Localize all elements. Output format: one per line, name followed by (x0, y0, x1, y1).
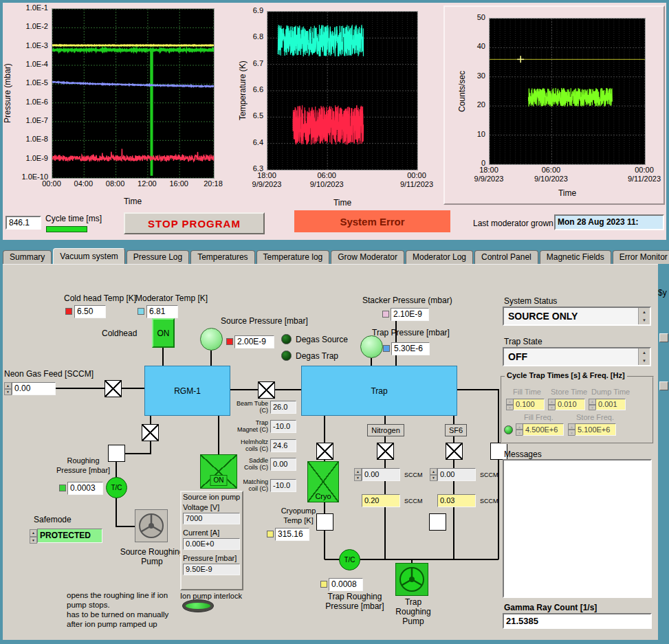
roughing-pressure-color-square (59, 485, 66, 491)
nitrogen-flow-spinner[interactable]: ▲▼ (354, 468, 362, 481)
sf6-label: SF6 (449, 426, 463, 434)
trap-state-dropdown[interactable]: OFF ▲▼ (503, 347, 651, 366)
counts-chart-panel: Counts/sec Time 5040302010018:009/9/2023… (443, 5, 665, 205)
fill-time-input[interactable]: 0.100 (513, 399, 545, 410)
cryo-roughing-valve[interactable] (316, 513, 333, 531)
system-status-dropdown[interactable]: SOURCE ONLY ▲▼ (503, 307, 651, 326)
neon-feed-input[interactable]: 0.00 (12, 382, 56, 395)
degas-trap-label: Degas Trap (296, 351, 338, 361)
tab-summary[interactable]: Summary (3, 250, 52, 264)
roughing-pressure-label: Roughing Pressure [mbar] (55, 456, 111, 475)
tc-label: T/C (344, 556, 355, 564)
source-roughing-pump[interactable] (135, 509, 168, 542)
tab-error-monitor[interactable]: Error Monitor (613, 250, 669, 264)
dropdown-arrows-icon[interactable]: ▲▼ (638, 348, 650, 365)
cryopump-temp-color-square (267, 531, 274, 537)
tab-vacuum-system[interactable]: Vacuum system (53, 248, 124, 264)
nitrogen-flow-setpoint[interactable]: 0.00 (362, 468, 400, 481)
source-roughing-pump-label: Source Roughing Pump (118, 547, 186, 566)
x-axis-title: Time (322, 198, 363, 208)
tc-label: T/C (111, 484, 122, 491)
matching-coil-value: -10.0 (270, 479, 296, 492)
clipped-edge-button (659, 333, 668, 342)
tab-pressure-log[interactable]: Pressure Log (127, 250, 189, 264)
cryo-valve[interactable] (316, 443, 333, 460)
series-trace-blue (52, 82, 214, 87)
ion-pump-on-button[interactable]: ON (210, 475, 228, 486)
degas-trap-led[interactable] (281, 351, 292, 361)
y-tick-label: 10 (445, 130, 485, 138)
x-tick-label: 06:009/10/2023 (299, 171, 354, 189)
coldhead-label: Coldhead (102, 329, 137, 338)
pump-icon (135, 509, 168, 542)
beamline-lower-valve[interactable] (429, 513, 446, 531)
clipped-edge-text: $y (658, 288, 667, 298)
saddle-coils-label: Saddle Coils (C) (234, 457, 268, 471)
nitrogen-flow-act-unit: SCCM (404, 498, 423, 504)
trap-roughing-pressure-value: 0.0008 (329, 578, 363, 591)
fill-freq-input[interactable]: 4.500E+6 (523, 423, 564, 436)
sf6-flow-spinner[interactable]: ▲▼ (430, 468, 437, 481)
beam-tube-value: 26.0 (270, 401, 296, 414)
tab-moderator-log[interactable]: Moderator Log (406, 250, 473, 264)
source-roughing-valve[interactable] (142, 424, 159, 441)
stacker-pressure-color-square (382, 311, 389, 318)
gamma-ray-count-value: 21.5385 (503, 613, 652, 629)
system-error-indicator: System Error (294, 210, 450, 232)
trap-roughing-color-square (320, 581, 327, 588)
safemode-spinner[interactable]: ▲▼ (30, 529, 37, 544)
y-tick-label: 6.6 (238, 85, 263, 93)
tab-magnetic-fields[interactable]: Magnetic Fields (540, 250, 611, 264)
fill-freq-label: Fill Freq. (524, 413, 553, 421)
source-thermocouple: T/C (106, 477, 127, 498)
sf6-valve[interactable] (446, 443, 463, 460)
trap-roughing-pump[interactable] (395, 563, 428, 596)
neon-feed-spinner[interactable]: ▲▼ (4, 382, 12, 395)
beam-tube-label: Beam Tube (C) (234, 400, 268, 414)
source-trap-valve[interactable] (258, 381, 275, 399)
tab-grow-moderator[interactable]: Grow Moderator (331, 250, 404, 264)
store-freq-input[interactable]: 5.100E+6 (575, 423, 616, 436)
trap-label: Trap (371, 386, 387, 396)
roughing-line-valve[interactable] (108, 445, 125, 462)
store-time-input[interactable]: 0.010 (555, 399, 585, 410)
clipped-edge-button (659, 381, 668, 390)
rgm1-box: RGM-1 (144, 366, 230, 416)
nitrogen-valve[interactable] (377, 443, 394, 460)
y-tick-label: 1.0E-2 (3, 22, 48, 30)
cycle-time-value: 846.1 (6, 216, 41, 230)
degas-source-led[interactable] (281, 334, 292, 344)
store-freq-label: Store Freq. (576, 413, 614, 421)
nitrogen-label: Nitrogen (371, 426, 400, 434)
coldhead-on-button[interactable]: ON (152, 318, 175, 348)
cycle-time-progress-bar (46, 226, 87, 232)
tab-temperature-log[interactable]: Temperature log (256, 250, 330, 264)
trap-magnet-label: Trap Magnet (C) (234, 419, 268, 433)
y-tick-label: 1.0E-5 (3, 78, 48, 87)
gamma-ray-count-label: Gamma Ray Count [1/s] (504, 603, 597, 612)
stop-program-button[interactable]: STOP PROGRAM (124, 212, 265, 234)
ion-pump-box: ON (200, 454, 237, 489)
ion-pump-voltage-value[interactable]: 7000 (183, 513, 240, 524)
sf6-flow-setpoint[interactable]: 0.00 (437, 468, 476, 481)
tab-control-panel[interactable]: Control Panel (474, 250, 538, 264)
x-tick-label: 20:18 (186, 179, 241, 188)
ion-pump-current-label: Current [A] (183, 529, 219, 537)
dropdown-arrows-icon[interactable]: ▲▼ (638, 308, 650, 324)
y-tick-label: 40 (445, 42, 485, 50)
helmholtz-coils-value: 24.6 (270, 439, 296, 452)
tab-bar: SummaryVacuum systemPressure LogTemperat… (3, 248, 666, 264)
trap-roughing-pressure-label: Trap Roughing Pressure [mbar] (319, 592, 391, 611)
nitrogen-flow-set-unit: SCCM (404, 471, 423, 478)
store-time-label: Store Time (551, 388, 587, 396)
tab-temperatures[interactable]: Temperatures (190, 250, 254, 264)
safemode-value[interactable]: PROTECTED (37, 529, 102, 543)
y-tick-label: 1.0E-1 (3, 3, 48, 12)
system-status-label: System Status (504, 296, 557, 306)
dump-time-input[interactable]: 0.001 (595, 399, 626, 410)
neon-feed-label: Neon Gas Feed [SCCM] (4, 369, 94, 379)
dump-time-label: Dump Time (591, 388, 630, 396)
series-moderator-temperature (278, 25, 363, 56)
sf6-flow-actual: 0.03 (437, 494, 476, 507)
neon-inlet-valve[interactable] (105, 380, 122, 397)
